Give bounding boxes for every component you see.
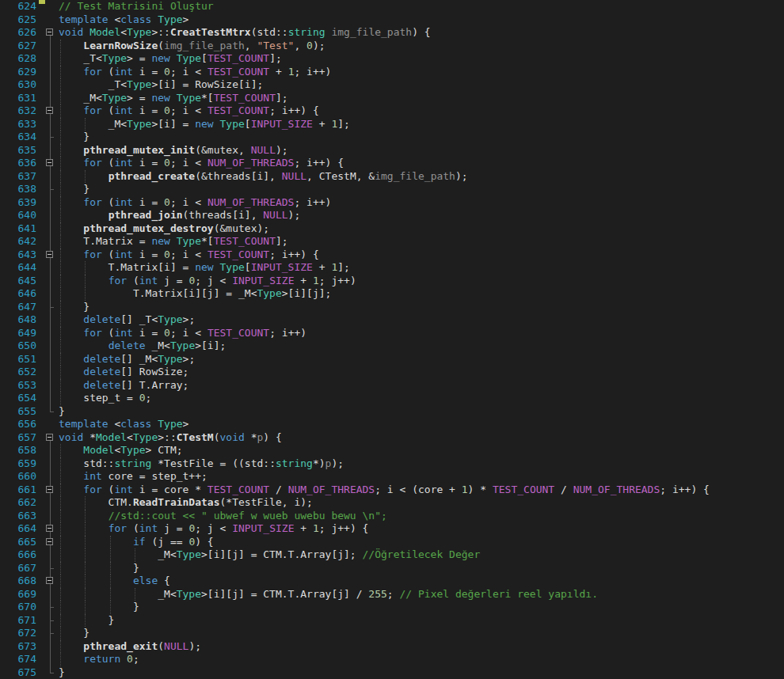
line-number[interactable]: 651 (0, 353, 36, 366)
code-line[interactable]: 651 delete[] _M<Type>; (0, 353, 784, 366)
code-line[interactable]: 646 T.Matrix[i][j] = _M<Type>[i][j]; (0, 287, 784, 301)
code-line[interactable]: 659 std::string *TestFile = ((std::strin… (0, 457, 784, 471)
code-line[interactable]: 636 for (int i = 0; i < NUM_OF_THREADS; … (0, 157, 784, 170)
code-line[interactable]: 641 pthread_mutex_destroy(&mutex); (0, 222, 784, 236)
code-line[interactable]: 664 for (int j = 0; j < INPUT_SIZE + 1; … (0, 522, 784, 536)
code-line[interactable]: 642 T.Matrix = new Type*[TEST_COUNT]; (0, 235, 784, 248)
line-number[interactable]: 666 (0, 548, 36, 562)
fold-margin[interactable] (43, 248, 57, 262)
collapse-region-icon[interactable] (46, 525, 53, 532)
line-number[interactable]: 650 (0, 340, 36, 353)
collapse-region-icon[interactable] (46, 28, 53, 36)
collapse-region-icon[interactable] (46, 577, 53, 584)
code-line[interactable]: 628 _T<Type> = new Type[TEST_COUNT]; (0, 52, 784, 66)
line-number[interactable]: 643 (0, 248, 36, 262)
collapse-region-icon[interactable] (46, 538, 53, 545)
code-line[interactable]: 649 for (int i = 0; i < TEST_COUNT; i++) (0, 327, 784, 340)
line-number[interactable]: 627 (0, 40, 36, 53)
line-number[interactable]: 641 (0, 222, 36, 236)
code-line[interactable]: 657void *Model<Type>::CTestM(void *p) { (0, 431, 784, 445)
line-number[interactable]: 626 (0, 26, 36, 40)
line-number[interactable]: 671 (0, 614, 36, 628)
line-number[interactable]: 648 (0, 313, 36, 327)
code-line[interactable]: 633 _M<Type>[i] = new Type[INPUT_SIZE + … (0, 118, 784, 131)
code-line[interactable]: 637 pthread_create(&threads[i], NULL, CT… (0, 170, 784, 184)
line-number[interactable]: 632 (0, 104, 36, 118)
fold-margin[interactable] (43, 431, 57, 445)
code-line[interactable]: 624// Test Matrisini Oluştur (0, 0, 784, 13)
collapse-region-icon[interactable] (46, 159, 53, 166)
line-number[interactable]: 659 (0, 457, 36, 471)
line-number[interactable]: 663 (0, 510, 36, 523)
code-line[interactable]: 640 pthread_join(threads[i], NULL); (0, 209, 784, 222)
line-number[interactable]: 655 (0, 405, 36, 419)
fold-margin[interactable] (43, 536, 57, 549)
code-line[interactable]: 625template <class Type> (0, 13, 784, 27)
line-number[interactable]: 646 (0, 287, 36, 301)
line-number[interactable]: 634 (0, 131, 36, 144)
line-number[interactable]: 669 (0, 588, 36, 601)
line-number[interactable]: 624 (0, 0, 36, 13)
code-line[interactable]: 670 } (0, 601, 784, 614)
line-number[interactable]: 656 (0, 418, 36, 431)
line-number[interactable]: 631 (0, 92, 36, 105)
fold-margin[interactable] (43, 484, 57, 497)
line-number[interactable]: 642 (0, 235, 36, 248)
line-number[interactable]: 625 (0, 13, 36, 27)
line-number[interactable]: 673 (0, 640, 36, 654)
code-line[interactable]: 631 _M<Type> = new Type*[TEST_COUNT]; (0, 92, 784, 105)
line-number[interactable]: 630 (0, 78, 36, 92)
code-line[interactable]: 661 for (int i = core * TEST_COUNT / NUM… (0, 484, 784, 497)
line-number[interactable]: 636 (0, 157, 36, 170)
code-line[interactable]: 666 _M<Type>[i][j] = CTM.T.Array[j]; //Ö… (0, 548, 784, 562)
line-number[interactable]: 644 (0, 261, 36, 275)
code-line[interactable]: 655} (0, 405, 784, 419)
code-line[interactable]: 652 delete[] RowSize; (0, 366, 784, 379)
code-line[interactable]: 644 T.Matrix[i] = new Type[INPUT_SIZE + … (0, 261, 784, 275)
code-line[interactable]: 626void Model<Type>::CreatTestMtrx(std::… (0, 26, 784, 40)
code-line[interactable]: 632 for (int i = 0; i < TEST_COUNT; i++)… (0, 104, 784, 118)
line-number[interactable]: 670 (0, 601, 36, 614)
code-line[interactable]: 663 //std::cout << " ubwef w wueb uwebu … (0, 510, 784, 523)
code-line[interactable]: 654 step_t = 0; (0, 392, 784, 405)
code-line[interactable]: 673 pthread_exit(NULL); (0, 640, 784, 654)
code-line[interactable]: 643 for (int i = 0; i < TEST_COUNT; i++)… (0, 248, 784, 262)
line-number[interactable]: 662 (0, 496, 36, 510)
line-number[interactable]: 628 (0, 52, 36, 66)
line-number[interactable]: 667 (0, 562, 36, 575)
line-number[interactable]: 668 (0, 575, 36, 588)
line-number[interactable]: 665 (0, 536, 36, 549)
line-number[interactable]: 635 (0, 144, 36, 157)
code-line[interactable]: 627 LearnRowSize(img_file_path, "Test", … (0, 40, 784, 53)
code-line[interactable]: 629 for (int i = 0; i < TEST_COUNT + 1; … (0, 66, 784, 79)
line-number[interactable]: 664 (0, 522, 36, 536)
code-line[interactable]: 667 } (0, 562, 784, 575)
code-line[interactable]: 638 } (0, 183, 784, 196)
code-line[interactable]: 668 else { (0, 575, 784, 588)
collapse-region-icon[interactable] (46, 486, 53, 493)
code-line[interactable]: 671 } (0, 614, 784, 628)
line-number[interactable]: 672 (0, 627, 36, 640)
line-number[interactable]: 653 (0, 379, 36, 393)
code-line[interactable]: 674 return 0; (0, 653, 784, 666)
line-number[interactable]: 675 (0, 666, 36, 679)
code-line[interactable]: 635 pthread_mutex_init(&mutex, NULL); (0, 144, 784, 157)
code-line[interactable]: 630 _T<Type>[i] = RowSize[i]; (0, 78, 784, 92)
code-line[interactable]: 672 } (0, 627, 784, 640)
code-line[interactable]: 658 Model<Type> CTM; (0, 444, 784, 457)
code-line[interactable]: 662 CTM.ReadTrainDatas(*TestFile, i); (0, 496, 784, 510)
code-line[interactable]: 650 delete _M<Type>[i]; (0, 340, 784, 353)
line-number[interactable]: 629 (0, 66, 36, 79)
code-line[interactable]: 656template <class Type> (0, 418, 784, 431)
code-line[interactable]: 669 _M<Type>[i][j] = CTM.T.Array[j] / 25… (0, 588, 784, 601)
code-line[interactable]: 634 } (0, 131, 784, 144)
collapse-region-icon[interactable] (46, 107, 53, 114)
fold-margin[interactable] (43, 26, 57, 40)
line-number[interactable]: 637 (0, 170, 36, 184)
code-line[interactable]: 648 delete[] _T<Type>; (0, 313, 784, 327)
fold-margin[interactable] (43, 104, 57, 118)
line-number[interactable]: 661 (0, 484, 36, 497)
line-number[interactable]: 645 (0, 275, 36, 288)
code-line[interactable]: 647 } (0, 301, 784, 314)
line-number[interactable]: 674 (0, 653, 36, 666)
